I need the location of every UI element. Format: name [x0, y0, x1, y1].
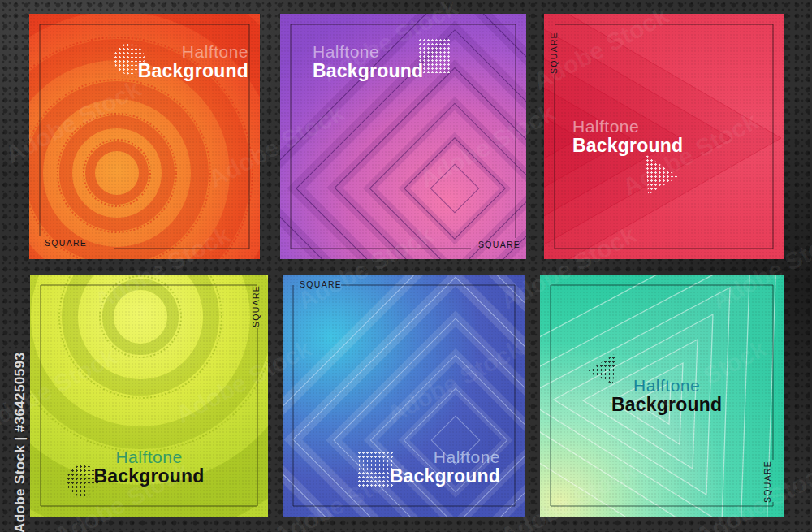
tile-blue-diamonds: Halftone Background SQUARE — [283, 275, 525, 517]
tile-title-bold: Background — [390, 466, 500, 486]
tile-title-block: Halftone Background — [572, 118, 683, 156]
watermark-stock-id: Adobe Stock | #364250593 — [12, 333, 28, 532]
tile-title-light: Halftone — [572, 118, 683, 136]
tile-title-light: Halftone — [313, 43, 423, 61]
tile-purple-diamonds: Halftone Background SQUARE — [280, 14, 526, 259]
tile-title-block: Halftone Background — [313, 43, 423, 81]
corner-label-square: SQUARE — [45, 238, 87, 248]
corner-label-square: SQUARE — [251, 290, 261, 327]
tile-title-bold: Background — [30, 466, 268, 486]
tile-red-arrows: Halftone Background SQUARE — [544, 14, 784, 259]
stock-image-preview-canvas: Halftone Background SQUARE — [0, 0, 812, 532]
tile-teal-triangles: Halftone Background SQUARE — [540, 275, 784, 517]
tile-lime-circles: Halftone Background SQUARE — [30, 275, 268, 517]
tile-title-bold: Background — [313, 61, 423, 80]
tile-title-light: Halftone — [611, 377, 722, 395]
corner-label-square: SQUARE — [300, 279, 342, 289]
tile-title-bold: Background — [611, 395, 722, 414]
tile-title-block: Halftone Background — [611, 377, 722, 415]
tile-title-block: Halftone Background — [138, 43, 248, 81]
corner-label-square: SQUARE — [762, 462, 772, 503]
tile-title-light: Halftone — [138, 43, 248, 61]
tile-orange-circles: Halftone Background SQUARE — [29, 14, 260, 259]
corner-label-square: SQUARE — [478, 240, 520, 249]
tile-title-bold: Background — [138, 61, 248, 80]
tile-title-bold: Background — [572, 136, 683, 155]
tile-title-light: Halftone — [30, 448, 268, 466]
tile-title-block: Halftone Background — [390, 448, 500, 487]
tile-title-light: Halftone — [390, 448, 500, 466]
tile-title-block: Halftone Background — [30, 448, 268, 487]
corner-label-square: SQUARE — [549, 35, 559, 74]
